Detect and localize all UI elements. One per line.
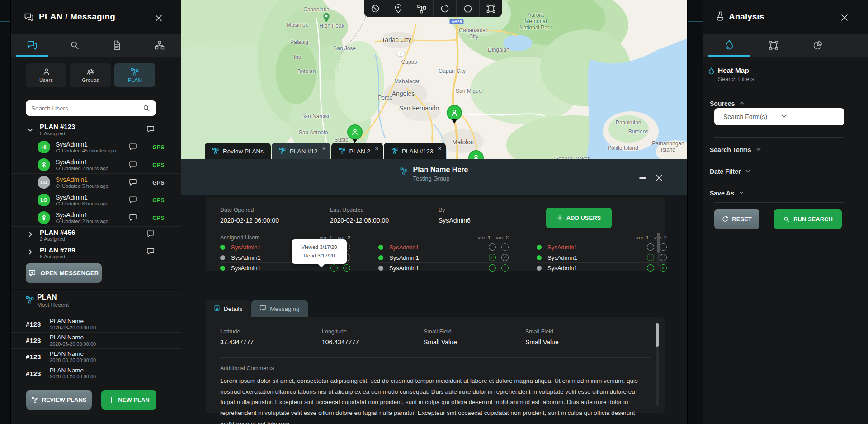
chevron-down-icon: [745, 168, 750, 175]
mode-plan-button[interactable]: PLAN: [114, 63, 155, 87]
recent-plan-row[interactable]: #123 PLAN Name 2020-03-20 00:00:00: [11, 349, 181, 365]
status-dot: [378, 255, 383, 260]
tab-search[interactable]: [53, 34, 96, 57]
open-messenger-button[interactable]: OPEN MESSENGER: [26, 263, 102, 283]
user-list-item[interactable]: SysAdmin1 Updated 2 hours ago. GPS: [11, 156, 181, 174]
modal-header: Plan Name Here Testing Group: [181, 159, 687, 195]
plan-group-header-expanded[interactable]: PLAN #123 5 Assigned: [11, 121, 181, 138]
close-tab-icon[interactable]: ✕: [438, 146, 442, 152]
plan-tab[interactable]: PLAN #123 ✕: [384, 143, 446, 159]
close-tab-icon[interactable]: ✕: [375, 146, 379, 152]
assigned-user-row[interactable]: SysAdmin1: [378, 242, 509, 252]
assigned-user-row[interactable]: SysAdmin1: [537, 252, 667, 263]
close-modal-button[interactable]: [654, 173, 665, 184]
chat-icon[interactable]: [129, 143, 137, 152]
recent-plan-row[interactable]: #123 PLAN Name 2020-03-20 00:00:00: [11, 365, 181, 381]
plan-name: PLAN Name: [50, 334, 96, 341]
refresh-icon: [56, 201, 60, 206]
by-label: By: [439, 207, 471, 213]
tab-polygon-select[interactable]: [751, 34, 796, 57]
save-as-toggle[interactable]: Save As: [710, 185, 845, 201]
tooltip-read: Read 3/17/20: [294, 252, 344, 260]
date-filter-toggle[interactable]: Date Filter: [710, 163, 845, 180]
polygon-draw-icon[interactable]: [457, 0, 480, 17]
chat-icon[interactable]: [129, 196, 137, 205]
tooltip-viewed: Viewed 3/17/20: [294, 243, 344, 252]
tab-org-boxes[interactable]: [138, 34, 181, 57]
user-list-item[interactable]: LO SysAdmin1 Updated 6 hours ago.: [11, 191, 181, 209]
reset-button[interactable]: RESET: [714, 209, 760, 229]
tab-messaging[interactable]: Messaging: [251, 300, 307, 317]
drop-pin-icon[interactable]: [387, 0, 410, 17]
new-plan-button[interactable]: NEW PLAN: [101, 390, 156, 410]
user-updated: Updated 2 hours ago.: [62, 166, 110, 171]
user-location-marker[interactable]: [447, 105, 462, 124]
tab-details[interactable]: Details: [206, 300, 250, 317]
user-location-marker[interactable]: [347, 124, 363, 143]
user-list-item[interactable]: LO SysAdmin1 Updated 5 hours ago.: [11, 174, 181, 191]
plan-tab[interactable]: PLAN #12 ✕: [272, 143, 330, 159]
high-peak-poi-pin[interactable]: [323, 13, 330, 24]
chat-icon[interactable]: [146, 126, 155, 133]
pie-chart-icon: [813, 40, 823, 50]
tab-documents[interactable]: [96, 34, 138, 57]
circle-draw-icon[interactable]: [434, 0, 457, 17]
plan-tab-label: PLAN 2: [349, 148, 371, 155]
chat-icon[interactable]: [129, 179, 137, 188]
close-left-panel-button[interactable]: [155, 13, 165, 24]
panel-edge-line: [0, 21, 10, 22]
recent-plan-row[interactable]: #123 PLAN Name 2020-03-20 00:00:00: [11, 333, 181, 349]
assigned-user-row[interactable]: SysAdmin1: [537, 242, 667, 252]
user-list-item[interactable]: SysAdmin1 Updated 2 hours ago. GPS: [11, 209, 181, 227]
assigned-users-table: Assigned Users ver. 1 ver. 2 SysAdmin1: [220, 233, 650, 273]
plus-icon: [557, 215, 563, 221]
assigned-user-name: SysAdmin1: [231, 265, 325, 272]
assigned-user-row[interactable]: SysAdmin1: [378, 252, 509, 263]
map[interactable]: CandelariaMasinlocHigh PeakPalauigSan Jo…: [181, 0, 687, 163]
user-name: SysAdmin1: [56, 176, 110, 183]
tab-heat-map[interactable]: [707, 34, 751, 57]
minimize-button[interactable]: [639, 177, 646, 179]
plan-draw-icon[interactable]: [410, 0, 433, 17]
assigned-user-row[interactable]: SysAdmin1: [220, 263, 350, 273]
assigned-user-row[interactable]: SysAdmin1: [378, 263, 509, 273]
heat-map-icon: [724, 40, 734, 51]
no-draw-icon[interactable]: [364, 0, 387, 17]
close-tab-icon[interactable]: ✕: [322, 146, 326, 152]
gps-status-badge: GPS: [152, 180, 165, 186]
plan-date: 2020-03-20 00:00:00: [50, 374, 96, 379]
assigned-user-name: SysAdmin1: [389, 265, 483, 272]
recent-plan-row[interactable]: #123 PLAN Name 2020-03-20 00:00:00: [11, 316, 181, 333]
search-icon[interactable]: [142, 104, 151, 112]
review-plans-button[interactable]: REVIEW PLANS: [26, 390, 92, 410]
longitude-label: Longitude: [322, 329, 359, 335]
scrollbar-thumb[interactable]: [656, 323, 659, 347]
run-search-button[interactable]: RUN SEARCH: [774, 209, 842, 229]
left-panel-title: PLAN / Messaging: [39, 12, 115, 22]
by-value: SysAdmin6: [439, 217, 471, 224]
mode-groups-button[interactable]: Groups: [70, 63, 111, 87]
chat-icon[interactable]: [129, 161, 137, 170]
plan-tab[interactable]: Review PLANs ✕: [205, 143, 271, 159]
mode-users-button[interactable]: Users: [26, 63, 66, 87]
add-users-button[interactable]: ADD USERS: [546, 208, 612, 228]
scrollbar-thumb[interactable]: [657, 233, 660, 253]
chat-icon[interactable]: [146, 248, 155, 257]
source-forms-select[interactable]: Search Form(s): [714, 108, 844, 125]
user-list-item[interactable]: HI SysAdmin1 Updated 45 minutes ago.: [11, 138, 181, 156]
ver2-status-icon: [660, 254, 667, 261]
collapsed-groups: PLAN #456 2 Assigned PLAN #789: [11, 227, 181, 262]
plan-group-header-collapsed[interactable]: PLAN #789 8 Assigned: [11, 244, 181, 262]
plan-tab[interactable]: PLAN 2 ✕: [331, 143, 383, 159]
plan-group-header-collapsed[interactable]: PLAN #456 2 Assigned: [11, 227, 181, 244]
select-area-icon[interactable]: [480, 0, 502, 17]
search-terms-toggle[interactable]: Search Terms: [710, 142, 845, 158]
close-analysis-button[interactable]: [839, 13, 850, 24]
tab-pie-chart[interactable]: [796, 34, 840, 57]
search-input[interactable]: [31, 105, 142, 112]
sources-section-toggle[interactable]: Sources: [710, 100, 745, 107]
assigned-user-row[interactable]: SysAdmin1: [537, 263, 667, 273]
tab-messaging[interactable]: [11, 34, 53, 57]
chat-icon[interactable]: [129, 214, 137, 223]
chat-icon[interactable]: [146, 230, 155, 239]
